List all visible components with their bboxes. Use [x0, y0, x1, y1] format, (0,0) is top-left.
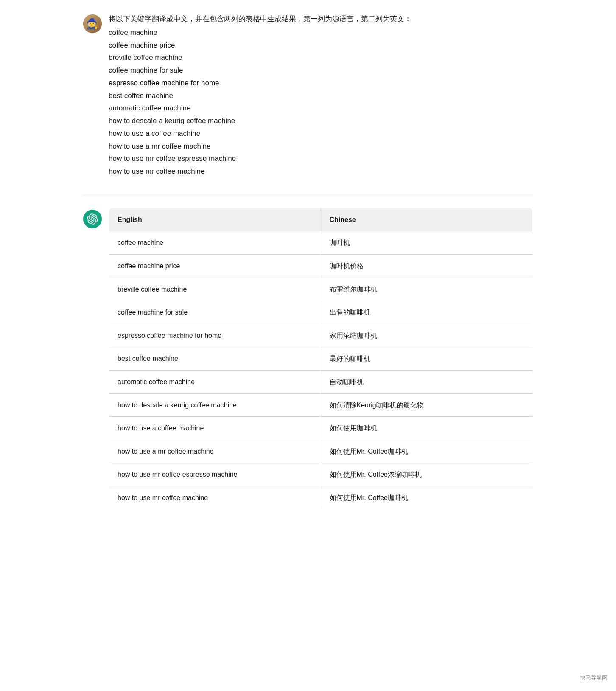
- table-cell-english: automatic coffee machine: [109, 370, 321, 393]
- user-message: 🧙 将以下关键字翻译成中文，并在包含两列的表格中生成结果，第一列为源语言，第二列…: [83, 13, 533, 178]
- prompt-intro: 将以下关键字翻译成中文，并在包含两列的表格中生成结果，第一列为源语言，第二列为英…: [109, 13, 533, 25]
- user-message-content: 将以下关键字翻译成中文，并在包含两列的表格中生成结果，第一列为源语言，第二列为英…: [109, 13, 533, 178]
- keyword-item: how to use mr coffee machine: [109, 165, 533, 178]
- table-cell-english: how to use a coffee machine: [109, 417, 321, 440]
- table-row: breville coffee machine布雷维尔咖啡机: [109, 278, 533, 301]
- table-row: how to use a coffee machine如何使用咖啡机: [109, 417, 533, 440]
- keyword-item: coffee machine: [109, 26, 533, 39]
- table-cell-chinese: 咖啡机价格: [321, 254, 533, 278]
- table-cell-english: how to descale a keurig coffee machine: [109, 393, 321, 417]
- table-header-english: English: [109, 208, 321, 231]
- keyword-item: how to use a mr coffee machine: [109, 140, 533, 153]
- table-row: how to use a mr coffee machine如何使用Mr. Co…: [109, 440, 533, 463]
- watermark: 快马导航网: [580, 674, 608, 683]
- ai-message-content: English Chinese coffee machine咖啡机coffee …: [109, 208, 533, 510]
- keyword-item: espresso coffee machine for home: [109, 77, 533, 90]
- table-header-row: English Chinese: [109, 208, 533, 231]
- keyword-item: coffee machine price: [109, 39, 533, 52]
- keyword-item: breville coffee machine: [109, 51, 533, 64]
- table-row: best coffee machine最好的咖啡机: [109, 347, 533, 371]
- keyword-item: best coffee machine: [109, 90, 533, 102]
- table-cell-english: coffee machine: [109, 231, 321, 255]
- table-cell-chinese: 如何使用Mr. Coffee咖啡机: [321, 486, 533, 509]
- user-avatar-image: 🧙: [83, 14, 102, 33]
- table-header-chinese: Chinese: [321, 208, 533, 231]
- table-body: coffee machine咖啡机coffee machine price咖啡机…: [109, 231, 533, 509]
- table-cell-chinese: 如何使用咖啡机: [321, 417, 533, 440]
- table-cell-chinese: 如何清除Keurig咖啡机的硬化物: [321, 393, 533, 417]
- table-cell-english: how to use a mr coffee machine: [109, 440, 321, 463]
- table-row: how to use mr coffee espresso machine如何使…: [109, 463, 533, 486]
- table-cell-chinese: 出售的咖啡机: [321, 301, 533, 324]
- table-row: coffee machine price咖啡机价格: [109, 254, 533, 278]
- table-cell-english: how to use mr coffee espresso machine: [109, 463, 321, 486]
- table-cell-english: best coffee machine: [109, 347, 321, 371]
- table-cell-chinese: 最好的咖啡机: [321, 347, 533, 371]
- table-cell-english: breville coffee machine: [109, 278, 321, 301]
- table-cell-english: coffee machine for sale: [109, 301, 321, 324]
- keyword-item: how to use mr coffee espresso machine: [109, 152, 533, 165]
- table-cell-chinese: 如何使用Mr. Coffee咖啡机: [321, 440, 533, 463]
- table-cell-english: espresso coffee machine for home: [109, 324, 321, 347]
- ai-avatar: [83, 210, 102, 228]
- table-cell-chinese: 咖啡机: [321, 231, 533, 255]
- keyword-item: coffee machine for sale: [109, 64, 533, 77]
- table-cell-chinese: 如何使用Mr. Coffee浓缩咖啡机: [321, 463, 533, 486]
- section-divider: [83, 195, 533, 195]
- keyword-item: how to descale a keurig coffee machine: [109, 115, 533, 127]
- table-row: coffee machine咖啡机: [109, 231, 533, 255]
- ai-message: English Chinese coffee machine咖啡机coffee …: [83, 208, 533, 510]
- table-cell-english: coffee machine price: [109, 254, 321, 278]
- table-cell-chinese: 家用浓缩咖啡机: [321, 324, 533, 347]
- translation-table: English Chinese coffee machine咖啡机coffee …: [109, 208, 533, 510]
- table-row: espresso coffee machine for home家用浓缩咖啡机: [109, 324, 533, 347]
- user-avatar: 🧙: [83, 14, 102, 33]
- table-cell-english: how to use mr coffee machine: [109, 486, 321, 509]
- chatgpt-icon: [87, 213, 98, 225]
- table-row: how to descale a keurig coffee machine如何…: [109, 393, 533, 417]
- table-cell-chinese: 布雷维尔咖啡机: [321, 278, 533, 301]
- table-cell-chinese: 自动咖啡机: [321, 370, 533, 393]
- keywords-list: coffee machinecoffee machine pricebrevil…: [109, 26, 533, 178]
- keyword-item: automatic coffee machine: [109, 102, 533, 115]
- table-row: how to use mr coffee machine如何使用Mr. Coff…: [109, 486, 533, 509]
- table-row: coffee machine for sale出售的咖啡机: [109, 301, 533, 324]
- table-row: automatic coffee machine自动咖啡机: [109, 370, 533, 393]
- keyword-item: how to use a coffee machine: [109, 127, 533, 140]
